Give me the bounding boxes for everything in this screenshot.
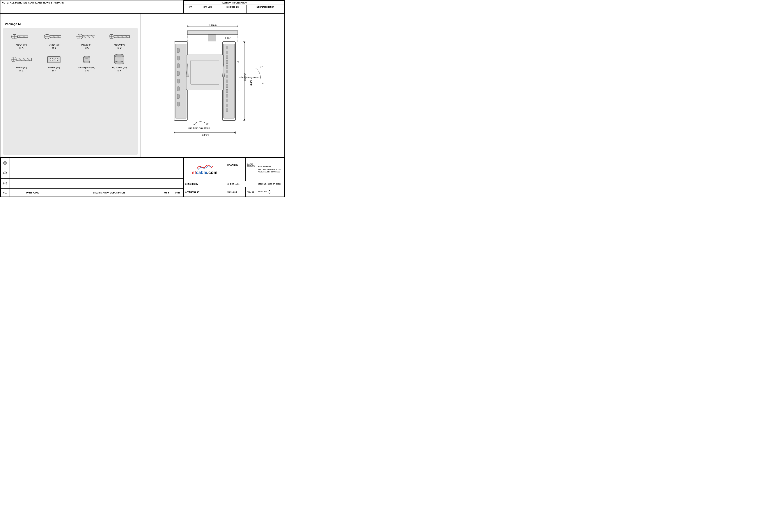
- top-header: NOTE: ALL MATERIAL COMPLIANT ROHS STANDA…: [0, 0, 284, 14]
- svg-rect-113: [186, 55, 223, 90]
- svg-rect-112: [226, 109, 228, 112]
- date-value: 2015/6/4: [247, 165, 255, 167]
- part-img-me: [11, 54, 32, 65]
- logo-text: sfcable.com: [192, 170, 218, 175]
- revision-title: REVISION INFORMATION: [184, 1, 284, 5]
- rev-col-header: Rev.: [184, 5, 196, 9]
- description-cell: DESCRIPTION: Flat TV Ceiling Mount 32~55…: [257, 158, 284, 181]
- part-img-mh: [108, 54, 130, 65]
- desc-line1: Flat TV Ceiling Mount 32~55": [258, 168, 281, 170]
- svg-text:-5°: -5°: [193, 123, 196, 125]
- bom-qty-2: [161, 168, 172, 178]
- svg-line-16: [50, 35, 51, 38]
- part-label-me: M8x30 (x4)M-E: [16, 66, 27, 72]
- item-no-label: ITEM NO.: [258, 183, 267, 185]
- svg-line-42: [116, 35, 116, 38]
- svg-line-32: [88, 35, 89, 38]
- part-item-mg: small spacer (x8)M-G: [72, 54, 102, 72]
- svg-rect-104: [226, 70, 228, 73]
- part-item-mb: M6x14 (x4)M-B: [39, 31, 69, 50]
- svg-line-63: [25, 58, 26, 61]
- screw-mb-svg: [43, 32, 65, 42]
- svg-rect-94: [177, 87, 180, 91]
- technical-drawing-svg: 103mm 1-1/2": [152, 24, 273, 147]
- svg-rect-110: [226, 99, 228, 102]
- part-img-md: [108, 31, 130, 42]
- svg-line-47: [122, 35, 123, 38]
- svg-rect-84: [208, 35, 216, 41]
- svg-line-43: [117, 35, 118, 38]
- sfcable-logo: sfcable.com: [185, 164, 224, 175]
- part-img-mg: [76, 54, 98, 65]
- part-item-ma: M5x14 (x4)M-A: [6, 31, 37, 50]
- part-label-mh: big spacer (x4)M-H: [112, 66, 127, 72]
- checked-by-label: CHECKED BY: [184, 181, 226, 187]
- bom-no-2: ②: [1, 168, 10, 178]
- modified-by-cell: [219, 9, 247, 13]
- part-item-me: M8x30 (x4)M-E: [6, 54, 37, 72]
- part-img-mc: [76, 31, 98, 42]
- svg-point-76: [114, 61, 124, 64]
- svg-point-69: [50, 58, 53, 61]
- rev-cell-label: REV. 00: [246, 187, 257, 196]
- svg-line-18: [53, 35, 54, 38]
- bom-partname-1: [10, 178, 56, 189]
- svg-line-50: [126, 35, 127, 38]
- svg-line-59: [20, 58, 21, 61]
- bom-unit-2: [172, 168, 183, 178]
- svg-line-33: [89, 35, 90, 38]
- unit-label-text: UNIT: mm: [258, 191, 267, 193]
- logo-wave-svg: [196, 164, 214, 170]
- svg-point-75: [114, 54, 124, 57]
- brief-desc-cell: [247, 9, 284, 13]
- item-no-cell: ITEM NO. 5028-SF-54BK: [257, 181, 284, 187]
- bom-header-spec: SPECIFICATION DESCRIPTION: [56, 189, 161, 197]
- svg-line-35: [92, 35, 93, 38]
- date-label-text: DATE:: [247, 163, 253, 165]
- rev-date-col-header: Rev. Date: [196, 5, 219, 9]
- svg-line-49: [125, 35, 126, 38]
- svg-point-73: [84, 61, 90, 63]
- spacer-mg-svg: [80, 54, 93, 65]
- svg-line-45: [120, 35, 120, 38]
- svg-line-64: [27, 58, 28, 61]
- bom-spec-2: [56, 168, 161, 178]
- svg-rect-106: [226, 80, 228, 83]
- svg-marker-81: [187, 26, 188, 27]
- checked-row: CHECKED BY SHEET 1 of 1 ITEM NO. 5028-SF…: [184, 181, 284, 187]
- compass-icon: [267, 190, 271, 194]
- screw-md-svg: [108, 32, 130, 42]
- title-block-table: sfcable.com DRAWN BY DATE: 2015/6/4 DESC…: [183, 158, 284, 197]
- svg-line-36: [93, 35, 94, 38]
- screw-me-svg: [11, 55, 32, 64]
- svg-line-19: [54, 35, 55, 38]
- svg-line-57: [18, 58, 19, 61]
- desc-line2: Tilt/Swivel, CE8-0644 Black: [258, 171, 280, 173]
- svg-marker-136: [174, 132, 175, 133]
- bom-row-1: ①: [1, 178, 183, 189]
- svg-line-8: [23, 36, 24, 37]
- bom-header-unit: UNIT: [172, 189, 183, 197]
- svg-text:+5°: +5°: [206, 123, 209, 125]
- logo-row: sfcable.com DRAWN BY DATE: 2015/6/4 DESC…: [184, 158, 284, 172]
- left-panel: Package M: [0, 14, 141, 157]
- svg-rect-95: [177, 94, 180, 99]
- svg-line-7: [22, 36, 22, 37]
- drawn-by-label: DRAWN BY: [226, 158, 246, 172]
- part-item-md: M6x30 (x4)M-D: [104, 31, 135, 50]
- svg-rect-108: [226, 89, 228, 93]
- svg-marker-120: [238, 61, 239, 62]
- svg-marker-137: [234, 132, 236, 133]
- svg-line-9: [24, 36, 25, 37]
- svg-text:1-1/2": 1-1/2": [225, 37, 231, 39]
- screw-mc-svg: [76, 32, 98, 42]
- svg-rect-68: [48, 57, 60, 63]
- svg-rect-55: [16, 58, 31, 61]
- svg-rect-40: [114, 35, 130, 38]
- package-box: M5x14 (x4)M-A: [3, 27, 138, 155]
- part-label-mc: M8x20 (x4)M-C: [81, 43, 92, 50]
- bom-qty-3: [161, 158, 172, 168]
- svg-rect-109: [226, 94, 228, 97]
- svg-line-48: [124, 35, 124, 38]
- svg-rect-89: [177, 48, 180, 53]
